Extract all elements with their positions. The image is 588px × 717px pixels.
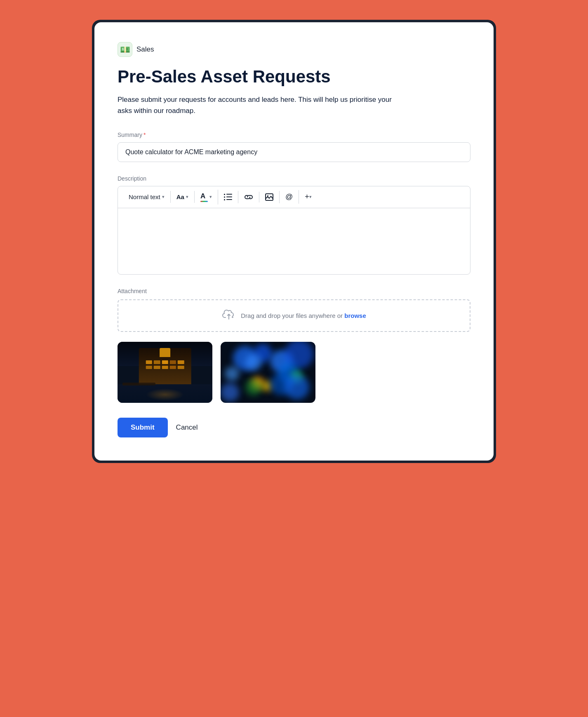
text-color-dropdown[interactable]: A ▾	[195, 190, 218, 205]
browse-link[interactable]: browse	[344, 312, 366, 319]
upload-cloud-icon	[222, 308, 236, 323]
svg-rect-4	[224, 199, 225, 200]
svg-rect-0	[224, 194, 225, 195]
text-style-dropdown[interactable]: Normal text ▾	[123, 191, 171, 203]
summary-field-group: Summary *	[118, 132, 470, 162]
link-button[interactable]	[238, 192, 259, 202]
outer-card: 💵 Sales Pre-Sales Asset Requests Please …	[92, 20, 496, 463]
mention-button[interactable]: @	[280, 190, 299, 204]
summary-input[interactable]	[118, 142, 470, 162]
app-icon: 💵	[118, 42, 132, 57]
cancel-button[interactable]: Cancel	[176, 423, 198, 432]
color-a-label: A	[200, 192, 205, 200]
form-actions: Submit Cancel	[118, 418, 470, 437]
summary-label: Summary *	[118, 132, 470, 138]
attachment-thumb-1[interactable]	[118, 342, 212, 403]
required-indicator: *	[143, 132, 146, 138]
page-description: Please submit your requests for accounts…	[118, 94, 398, 116]
app-header: 💵 Sales	[118, 42, 470, 57]
svg-rect-1	[226, 194, 232, 195]
description-label: Description	[118, 175, 470, 182]
editor-toolbar: Normal text ▾ Aa ▾ A ▾	[118, 186, 470, 208]
description-field-group: Description Normal text ▾ Aa ▾	[118, 175, 470, 275]
inner-card: 💵 Sales Pre-Sales Asset Requests Please …	[94, 22, 494, 461]
chevron-down-icon: ▾	[209, 194, 212, 200]
list-button[interactable]	[218, 191, 238, 203]
chevron-down-icon: ▾	[162, 194, 165, 200]
chevron-down-icon: ▾	[309, 194, 312, 200]
image-button[interactable]	[259, 191, 280, 203]
svg-point-7	[267, 195, 268, 196]
font-size-dropdown[interactable]: Aa ▾	[171, 191, 195, 203]
svg-rect-5	[226, 199, 232, 200]
dropzone-text: Drag and drop your files anywhere or bro…	[241, 312, 366, 319]
attachment-field-group: Attachment Drag and drop your files anyw…	[118, 288, 470, 403]
description-editor: Normal text ▾ Aa ▾ A ▾	[118, 186, 470, 275]
chevron-down-icon: ▾	[186, 194, 188, 200]
app-name-label: Sales	[136, 45, 154, 54]
description-editor-body[interactable]	[118, 208, 470, 274]
file-dropzone[interactable]: Drag and drop your files anywhere or bro…	[118, 299, 470, 332]
attachment-thumb-2[interactable]	[221, 342, 315, 403]
page-title: Pre-Sales Asset Requests	[118, 67, 470, 87]
svg-rect-3	[226, 196, 232, 197]
svg-rect-2	[224, 196, 225, 197]
attachments-grid	[118, 342, 470, 403]
more-options-dropdown[interactable]: + ▾	[299, 190, 318, 204]
submit-button[interactable]: Submit	[118, 418, 168, 437]
attachment-label: Attachment	[118, 288, 470, 294]
